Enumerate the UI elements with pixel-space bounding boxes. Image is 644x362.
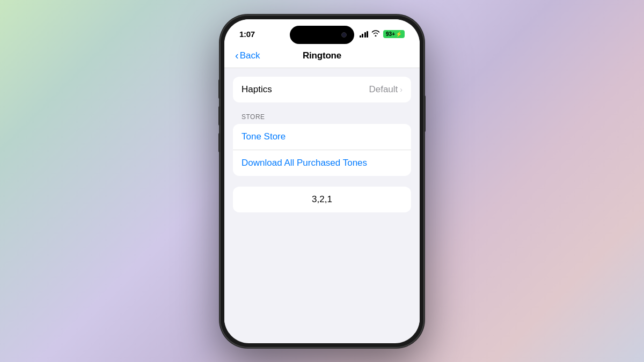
haptics-section: Haptics Default ›: [233, 77, 411, 102]
phone-frame: 1:07: [220, 15, 424, 348]
navigation-bar: ‹ Back Ringtone: [224, 46, 420, 68]
signal-icon: [360, 31, 369, 38]
page-title: Ringtone: [303, 50, 341, 61]
store-card: Tone Store Download All Purchased Tones: [233, 124, 411, 176]
haptics-card: Haptics Default ›: [233, 77, 411, 102]
download-tones-row[interactable]: Download All Purchased Tones: [233, 150, 411, 176]
phone-device: 1:07: [220, 15, 424, 348]
status-time: 1:07: [239, 29, 255, 39]
back-label: Back: [240, 50, 260, 61]
store-section: STORE Tone Store Download All Purchased …: [233, 113, 411, 176]
haptics-row[interactable]: Haptics Default ›: [233, 77, 411, 102]
partial-item-card: 3,2,1: [233, 187, 411, 212]
battery-indicator: 93+ ⚡: [383, 30, 405, 38]
tone-store-row[interactable]: Tone Store: [233, 124, 411, 150]
phone-screen: 1:07: [224, 19, 420, 343]
status-icons: 93+ ⚡: [360, 30, 405, 38]
haptics-value: Default ›: [369, 84, 402, 95]
haptics-label: Haptics: [241, 84, 272, 95]
partial-item-text: 3,2,1: [241, 194, 402, 205]
download-tones-label: Download All Purchased Tones: [241, 158, 367, 168]
status-bar: 1:07: [224, 19, 420, 46]
back-button[interactable]: ‹ Back: [235, 50, 260, 61]
store-section-label: STORE: [241, 113, 411, 121]
back-chevron-icon: ‹: [235, 50, 239, 61]
tone-store-label: Tone Store: [241, 131, 286, 142]
dynamic-island: [290, 26, 354, 44]
haptics-chevron-icon: ›: [400, 85, 402, 94]
haptics-value-text: Default: [369, 84, 398, 95]
camera-dot: [341, 32, 347, 38]
screen-content: Haptics Default › STORE Tone Store: [224, 68, 420, 333]
wifi-icon: [371, 30, 380, 38]
